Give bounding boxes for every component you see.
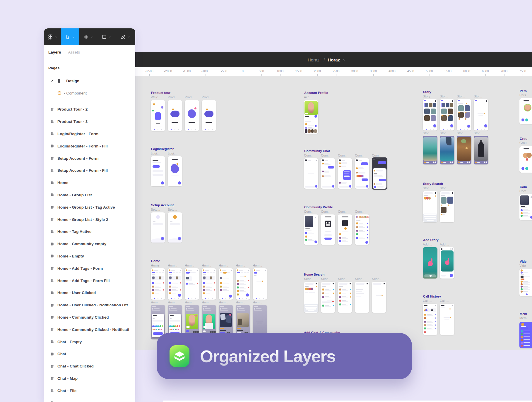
canvas-frame-add-story[interactable] xyxy=(440,247,454,279)
group-label-login-register[interactable]: Login/Register xyxy=(151,147,174,151)
layer-row-partial[interactable] xyxy=(44,397,135,402)
tab-assets[interactable]: Assets xyxy=(68,50,80,54)
canvas-frame-community-chat[interactable] xyxy=(355,158,369,189)
layer-row[interactable]: Chat - File xyxy=(44,384,135,397)
canvas-frame-login-register[interactable] xyxy=(151,156,165,186)
frame-tool[interactable] xyxy=(79,28,97,45)
group-label-video-call[interactable]: Vide xyxy=(520,260,526,263)
canvas-frame-product-tour[interactable] xyxy=(168,100,182,131)
group-label-story-search[interactable]: Story Search xyxy=(423,182,443,185)
canvas-frame-home[interactable] xyxy=(185,268,199,300)
frame-label-home[interactable]: Hom... xyxy=(253,300,262,304)
canvas-frame-story-search[interactable] xyxy=(423,191,437,222)
frame-label-home-search[interactable]: Sear... xyxy=(372,277,381,281)
frame-label-call-history[interactable]: Call ... xyxy=(440,299,449,303)
group-label-call-history[interactable]: Call History xyxy=(423,295,441,298)
canvas-frame-login-register[interactable] xyxy=(168,156,182,186)
canvas-frame-product-tour[interactable] xyxy=(202,100,216,131)
group-label-community-right[interactable]: Com xyxy=(520,185,527,189)
canvas-frame-group-call[interactable] xyxy=(519,146,532,173)
group-label-product-tour[interactable]: Product tour xyxy=(151,91,170,95)
frame-label-community-chat[interactable]: Com... xyxy=(304,154,313,157)
layer-row[interactable]: Home - Community Clicked xyxy=(44,311,135,324)
canvas-frame-community-profile[interactable] xyxy=(321,214,335,245)
frame-label-home-search[interactable]: Sear... xyxy=(338,277,347,281)
layer-row[interactable]: Home - Add Tags - Form xyxy=(44,262,135,274)
canvas-frame-community-profile[interactable] xyxy=(338,214,352,245)
layer-row[interactable]: Chat - Map xyxy=(44,372,135,385)
frame-label-community-chat[interactable]: Com... xyxy=(372,154,381,157)
canvas-frame-product-tour[interactable] xyxy=(151,100,165,131)
canvas-frame-setup-account[interactable] xyxy=(168,212,182,243)
frame-label-story[interactable]: Stor... xyxy=(474,95,482,98)
frame-label-product-tour[interactable]: Prod... xyxy=(185,95,194,99)
canvas-frame-product-tour[interactable] xyxy=(185,100,199,131)
tab-layers[interactable]: Layers xyxy=(48,50,61,54)
layer-row[interactable]: Login/Register - Form - Fill xyxy=(44,140,135,152)
frame-label-home[interactable]: Home xyxy=(151,264,159,267)
breadcrumb-file[interactable]: Horaz xyxy=(328,57,340,62)
layer-row[interactable]: Setup Account - Form xyxy=(44,152,135,164)
canvas-frame-personal-call[interactable] xyxy=(519,98,532,124)
frame-label-home[interactable]: Hom... xyxy=(236,264,245,267)
frame-label-call-history[interactable]: Call ... xyxy=(423,299,432,303)
frame-label-home[interactable]: Hom... xyxy=(236,300,245,304)
group-label-personal-call[interactable]: Pers xyxy=(520,89,527,93)
frame-label-product-tour[interactable]: Prod... xyxy=(202,95,211,99)
layer-row[interactable]: Login/Register - Form xyxy=(44,128,135,140)
canvas-frame-add-story[interactable] xyxy=(423,247,437,279)
move-tool[interactable] xyxy=(61,28,79,45)
canvas-frame-call-history[interactable] xyxy=(423,304,437,335)
canvas-frame-account-profile[interactable] xyxy=(304,100,318,134)
group-label-group-call[interactable]: Grou xyxy=(520,137,527,140)
layer-row[interactable]: Chat - Chat Clicked xyxy=(44,360,135,372)
group-label-home-search[interactable]: Home Search xyxy=(304,273,324,276)
chevron-down-icon[interactable] xyxy=(343,59,345,61)
canvas-frame-home-search[interactable] xyxy=(321,282,335,313)
frame-label-home[interactable]: Hom... xyxy=(185,300,194,304)
layer-row[interactable]: Home - Group List - Tag Active xyxy=(44,201,135,213)
layer-row[interactable]: Home - Add Tags - Form Fill xyxy=(44,274,135,287)
canvas-frame-community-profile[interactable] xyxy=(304,214,318,245)
canvas-frame-call-history[interactable] xyxy=(440,304,454,335)
frame-label-community-chat[interactable]: Com... xyxy=(355,154,364,157)
frame-label-community-profile[interactable]: Com... xyxy=(338,210,347,213)
frame-label-story-search[interactable]: Stor... xyxy=(423,186,431,190)
frame-label-story-search[interactable]: Stor... xyxy=(440,186,448,190)
pen-tool[interactable] xyxy=(115,28,135,45)
frame-label-community-chat[interactable]: Com... xyxy=(321,154,330,157)
canvas-frame-community-chat[interactable] xyxy=(321,158,335,189)
layer-row[interactable]: Chat - Empty xyxy=(44,336,135,348)
canvas-frame-story[interactable] xyxy=(474,136,488,164)
layer-row[interactable]: Home - Community empty xyxy=(44,238,135,250)
canvas-frame-community-chat[interactable] xyxy=(372,157,387,190)
frame-label-personal-call[interactable]: Pers xyxy=(519,93,526,97)
canvas-frame-story[interactable] xyxy=(457,136,471,164)
group-label-home[interactable]: Home xyxy=(151,259,160,263)
frame-label-story[interactable]: Stor... xyxy=(440,95,448,98)
frame-label-home[interactable]: Hom... xyxy=(151,300,160,304)
frame-label-members[interactable]: Mem xyxy=(519,316,526,320)
frame-label-login-register[interactable]: Logi... xyxy=(151,152,160,155)
frame-label-home-search[interactable]: Sear... xyxy=(355,277,364,281)
canvas-frame-story[interactable] xyxy=(423,136,437,164)
layer-row[interactable]: Home xyxy=(44,177,135,189)
canvas-frame-community-chat[interactable] xyxy=(304,158,318,189)
canvas-frame-home[interactable] xyxy=(219,268,233,300)
frame-label-home[interactable]: Hom... xyxy=(185,264,194,267)
frame-label-add-story[interactable]: Add ... xyxy=(423,243,432,246)
layer-row[interactable]: Product Tour - 2 xyxy=(44,103,135,116)
frame-label-story[interactable]: Stor... xyxy=(457,131,465,135)
layer-row[interactable]: Home - Group List - Style 2 xyxy=(44,213,135,226)
frame-label-community-profile[interactable]: Com... xyxy=(355,210,364,213)
canvas-frame-home-search[interactable] xyxy=(355,282,369,313)
canvas-frame-story[interactable] xyxy=(457,99,471,130)
frame-label-community-profile[interactable]: Com... xyxy=(321,210,330,213)
group-label-community-chat[interactable]: Community Chat xyxy=(304,149,330,153)
group-label-setup-account[interactable]: Setup Account xyxy=(151,203,174,207)
frame-label-account-profile[interactable]: Acc... xyxy=(304,95,312,99)
group-label-community-profile[interactable]: Community Profile xyxy=(304,205,333,209)
frame-label-home[interactable]: Hom... xyxy=(219,300,228,304)
canvas-frame-story[interactable] xyxy=(440,99,454,130)
frame-label-community-profile[interactable]: Com... xyxy=(304,210,313,213)
